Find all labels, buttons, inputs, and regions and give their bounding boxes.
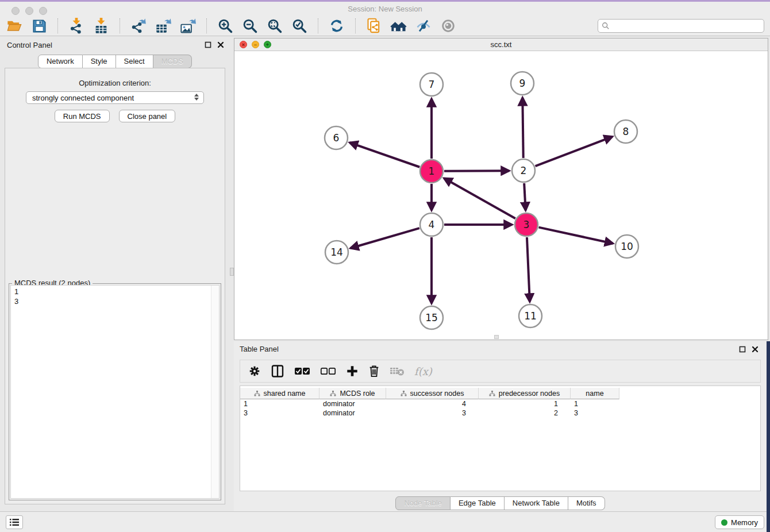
graph-node-3[interactable]: 3 — [515, 213, 538, 236]
table-row[interactable]: 3dominator323 — [240, 408, 760, 418]
graph-node-7[interactable]: 7 — [420, 73, 443, 96]
column-header-successor-nodes[interactable]: successor nodes — [386, 388, 479, 399]
column-header-shared-name[interactable]: shared name — [240, 388, 319, 399]
zoom-out-icon[interactable] — [241, 17, 259, 34]
add-icon[interactable] — [346, 364, 359, 379]
double-home-icon[interactable] — [390, 17, 407, 34]
result-scrollbar[interactable] — [211, 286, 219, 498]
graph-edge-3-1[interactable] — [444, 178, 515, 218]
gear-icon[interactable] — [248, 364, 261, 379]
export-image-icon[interactable] — [179, 17, 197, 34]
graph-edge-3-11[interactable] — [527, 237, 530, 302]
export-network-icon[interactable] — [130, 17, 147, 34]
import-network-icon[interactable] — [68, 17, 85, 34]
table-cell[interactable]: 4 — [386, 399, 479, 408]
graph-edge-2-9[interactable] — [522, 98, 523, 158]
toolbar-separator — [318, 18, 318, 33]
graph-node-10[interactable]: 10 — [615, 235, 638, 258]
graph-edge-2-3[interactable] — [524, 183, 526, 210]
table-cell[interactable]: 2 — [479, 408, 571, 418]
trash-icon[interactable] — [368, 364, 380, 379]
table-cell[interactable]: 3 — [240, 408, 319, 418]
graph-edge-3-10[interactable] — [538, 228, 613, 244]
close-panel-button[interactable]: Close panel — [119, 110, 176, 122]
graph-node-14[interactable]: 14 — [325, 241, 348, 264]
graph-node-label: 11 — [524, 310, 537, 322]
memory-button[interactable]: Memory — [715, 515, 764, 529]
graph-edge-1-2[interactable] — [444, 171, 509, 171]
graph-edge-4-14[interactable] — [351, 228, 419, 248]
search-box[interactable] — [598, 19, 764, 33]
table-cell[interactable]: 1 — [240, 399, 319, 408]
network-view-window: × − + scc.txt 7968124314101511 — [234, 38, 768, 340]
graph-node-label: 9 — [519, 78, 526, 89]
run-mcds-button[interactable]: Run MCDS — [55, 110, 110, 122]
graph-node-8[interactable]: 8 — [614, 120, 637, 143]
title-bar: Session: New Session — [0, 2, 770, 16]
graph-node-4[interactable]: 4 — [420, 213, 443, 236]
search-icon — [602, 22, 610, 30]
mcds-result-textarea[interactable]: 1 3 — [10, 285, 220, 499]
column-header-MCDS-role[interactable]: MCDS role — [319, 388, 386, 399]
tab-mcds[interactable]: MCDS — [153, 55, 192, 68]
table-cell[interactable]: dominator — [319, 399, 386, 408]
status-bar: Memory — [0, 511, 770, 532]
tab-network-table[interactable]: Network Table — [505, 496, 568, 510]
tab-network[interactable]: Network — [38, 55, 83, 68]
graph-node-6[interactable]: 6 — [325, 126, 348, 149]
application-window: Session: New Session — [0, 0, 770, 532]
graph-node-2[interactable]: 2 — [512, 159, 535, 182]
table-tabs: Node TableEdge TableNetwork TableMotifs — [234, 496, 767, 510]
graph-edge-1-6[interactable] — [350, 142, 420, 167]
close-panel-icon[interactable] — [217, 41, 224, 48]
delete-table-icon[interactable] — [390, 364, 405, 379]
control-panel-title: Control Panel — [7, 41, 52, 49]
import-table-icon[interactable] — [93, 17, 110, 34]
graph-node-label: 1 — [429, 165, 435, 177]
table-cell[interactable]: 1 — [479, 399, 571, 408]
graph-edge-2-8[interactable] — [536, 137, 613, 166]
zoom-fit-icon[interactable] — [266, 17, 283, 34]
task-history-button[interactable] — [6, 515, 23, 529]
optimization-criterion-dropdown[interactable]: strongly connected component — [26, 91, 204, 104]
document-network-icon[interactable] — [365, 17, 383, 34]
zoom-selected-icon[interactable] — [291, 17, 308, 34]
canvas-resize-grip[interactable] — [494, 335, 499, 339]
table-cell[interactable]: 3 — [386, 408, 479, 418]
graph-node-9[interactable]: 9 — [511, 72, 534, 95]
memory-label: Memory — [731, 518, 758, 527]
save-icon[interactable] — [30, 17, 48, 34]
select-all-checkboxes-icon[interactable] — [294, 364, 310, 379]
table-row[interactable]: 1dominator411 — [240, 399, 760, 408]
table-cell[interactable]: dominator — [319, 408, 386, 418]
tab-edge-table[interactable]: Edge Table — [451, 496, 505, 510]
graph-node-1[interactable]: 1 — [420, 160, 443, 183]
export-table-icon[interactable] — [155, 17, 172, 34]
network-canvas[interactable]: 7968124314101511 — [234, 51, 768, 340]
graph-node-11[interactable]: 11 — [519, 304, 542, 327]
function-icon[interactable]: f(x) — [414, 364, 432, 379]
column-header-predecessor-nodes[interactable]: predecessor nodes — [479, 388, 571, 399]
columns-icon[interactable] — [271, 364, 284, 379]
tab-style[interactable]: Style — [83, 55, 116, 68]
column-header-name[interactable]: name — [571, 388, 619, 399]
splitter-grip[interactable] — [230, 268, 234, 276]
refresh-icon[interactable] — [328, 17, 345, 34]
table-cell[interactable]: 1 — [571, 399, 619, 408]
search-input[interactable] — [610, 22, 764, 30]
graph-node-15[interactable]: 15 — [420, 306, 443, 329]
float-panel-icon[interactable] — [205, 41, 211, 48]
main-toolbar — [0, 16, 770, 36]
eye-slash-icon[interactable] — [415, 17, 432, 34]
float-panel-icon[interactable] — [739, 346, 746, 353]
tab-node-table[interactable]: Node Table — [395, 496, 451, 510]
tab-select[interactable]: Select — [116, 55, 153, 68]
deselect-checkboxes-icon[interactable] — [320, 364, 336, 379]
table-cell[interactable]: 3 — [571, 408, 619, 418]
eye-icon[interactable] — [440, 17, 457, 34]
zoom-in-icon[interactable] — [217, 17, 234, 34]
open-folder-icon[interactable] — [6, 17, 23, 34]
graph-node-label: 2 — [521, 165, 527, 176]
close-panel-icon[interactable] — [752, 346, 759, 353]
tab-motifs[interactable]: Motifs — [568, 496, 605, 510]
